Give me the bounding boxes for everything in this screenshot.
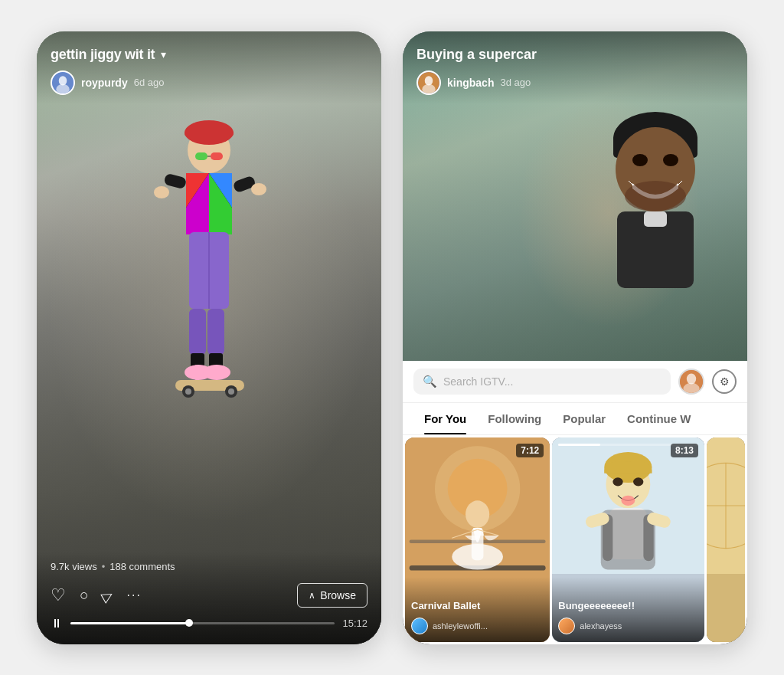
svg-point-44 xyxy=(683,382,699,394)
username[interactable]: roypurdy xyxy=(81,77,128,89)
svg-point-36 xyxy=(625,181,686,211)
thumb-username-2: alexhayess xyxy=(580,621,622,631)
right-avatar[interactable] xyxy=(416,70,441,95)
svg-point-61 xyxy=(622,495,635,505)
thumb-bg-3 xyxy=(707,437,745,642)
profile-icon[interactable] xyxy=(678,369,704,395)
svg-point-27 xyxy=(228,388,234,395)
thumb-bottom-1: Carnival Ballet ashleylewoffi... xyxy=(405,577,550,642)
right-timestamp: 3d ago xyxy=(500,77,531,88)
thumb-bottom-2: Bungeeeeeeee!! alexhayess xyxy=(552,577,704,642)
right-video-title: Buying a supercar xyxy=(416,47,733,63)
thumbnail-third[interactable] xyxy=(707,437,745,642)
thumb-title-1: Carnival Ballet xyxy=(411,600,544,613)
search-bar[interactable]: 🔍 Search IGTV... xyxy=(413,369,671,395)
video-progress-fill xyxy=(558,444,600,446)
right-video-person xyxy=(579,93,732,338)
thumb-avatar-1 xyxy=(411,618,428,634)
svg-point-25 xyxy=(185,388,191,395)
thumb-user-row-1: ashleylewoffi... xyxy=(411,618,544,634)
svg-point-13 xyxy=(154,186,169,198)
svg-rect-2 xyxy=(185,129,234,137)
duration: 15:12 xyxy=(342,618,368,629)
user-info-row: roypurdy 6d ago xyxy=(51,70,368,95)
view-count: 9.7k views xyxy=(51,561,97,572)
stats-row: 9.7k views • 188 comments xyxy=(51,561,368,572)
svg-rect-72 xyxy=(707,574,745,642)
svg-rect-17 xyxy=(189,309,206,355)
svg-rect-4 xyxy=(211,152,223,160)
thumb-duration-1: 7:12 xyxy=(516,444,544,457)
thumbnails-row: 7:12 Carnival Ballet ashleylewoffi... xyxy=(403,435,747,644)
action-icons-group: ♡ ○ ▷ ··· xyxy=(51,585,142,605)
progress-fill xyxy=(70,622,189,624)
left-phone: gettin jiggy wit it ▾ roypurdy 6d ago xyxy=(37,31,381,644)
timestamp: 6d ago xyxy=(134,77,165,88)
tab-continue[interactable]: Continue W xyxy=(616,403,701,434)
thumbnail-bungee[interactable]: 8:13 Bungeeeeeeee!! alexhayess xyxy=(552,437,704,642)
more-icon[interactable]: ··· xyxy=(126,588,141,602)
svg-point-35 xyxy=(663,154,678,166)
svg-rect-52 xyxy=(472,527,484,559)
svg-point-50 xyxy=(466,500,489,528)
separator: • xyxy=(102,561,106,572)
browse-label: Browse xyxy=(320,589,356,601)
left-bottom-overlay: 9.7k views • 188 comments ♡ ○ ▷ ··· ∧ Br… xyxy=(37,552,381,644)
comment-icon[interactable]: ○ xyxy=(80,587,88,604)
right-phone: Buying a supercar kingbach 3d ago xyxy=(403,31,747,644)
tabs-row: For You Following Popular Continue W xyxy=(403,403,747,435)
svg-rect-18 xyxy=(207,309,224,355)
svg-point-29 xyxy=(59,76,67,85)
svg-point-59 xyxy=(613,477,623,486)
browse-icon: ∧ xyxy=(309,590,315,601)
svg-point-60 xyxy=(633,477,643,486)
right-top-overlay: Buying a supercar kingbach 3d ago xyxy=(403,31,747,104)
chevron-down-icon[interactable]: ▾ xyxy=(161,48,166,61)
actions-row: ♡ ○ ▷ ··· ∧ Browse xyxy=(51,583,368,608)
settings-icon[interactable]: ⚙ xyxy=(712,369,737,394)
svg-point-34 xyxy=(632,154,648,166)
comment-count: 188 comments xyxy=(109,561,175,572)
browse-button[interactable]: ∧ Browse xyxy=(297,583,368,608)
tab-popular[interactable]: Popular xyxy=(552,403,616,434)
search-placeholder: Search IGTV... xyxy=(443,375,513,388)
thumb-title-2: Bungeeeeeeee!! xyxy=(558,600,698,613)
thumb-avatar-2 xyxy=(558,618,575,634)
thumbnail-carnival-ballet[interactable]: 7:12 Carnival Ballet ashleylewoffi... xyxy=(405,437,550,642)
svg-rect-3 xyxy=(195,152,207,160)
top-right-icons: ⚙ xyxy=(678,369,737,395)
left-video-background: gettin jiggy wit it ▾ roypurdy 6d ago xyxy=(37,31,381,644)
thumb-username-1: ashleylewoffi... xyxy=(433,621,488,631)
tab-for-you[interactable]: For You xyxy=(413,403,477,434)
svg-rect-38 xyxy=(644,211,667,227)
svg-point-30 xyxy=(56,84,70,94)
right-username[interactable]: kingbach xyxy=(447,77,494,89)
progress-row: ⏸ 15:12 xyxy=(51,617,368,631)
svg-rect-11 xyxy=(163,172,187,189)
video-title-row: gettin jiggy wit it ▾ xyxy=(51,47,368,63)
video-title: gettin jiggy wit it xyxy=(51,47,155,63)
thumb-duration-2: 8:13 xyxy=(671,444,698,457)
pause-button[interactable]: ⏸ xyxy=(51,617,63,631)
left-top-overlay: gettin jiggy wit it ▾ roypurdy 6d ago xyxy=(37,31,381,104)
progress-bar[interactable] xyxy=(70,622,335,624)
search-bar-row: 🔍 Search IGTV... ⚙ xyxy=(403,361,747,403)
tab-following[interactable]: Following xyxy=(477,403,552,434)
svg-point-14 xyxy=(251,183,266,195)
like-icon[interactable]: ♡ xyxy=(51,585,66,605)
search-icon: 🔍 xyxy=(423,375,437,388)
right-user-row: kingbach 3d ago xyxy=(416,70,733,95)
svg-point-43 xyxy=(687,373,696,384)
svg-point-41 xyxy=(422,84,436,94)
app-container: gettin jiggy wit it ▾ roypurdy 6d ago xyxy=(21,16,763,660)
skater-figure xyxy=(117,108,301,491)
svg-point-40 xyxy=(425,76,433,85)
share-icon[interactable]: ▷ xyxy=(99,585,116,605)
search-tabs-area: 🔍 Search IGTV... ⚙ For You F xyxy=(403,361,747,644)
right-video-top: Buying a supercar kingbach 3d ago xyxy=(403,31,747,361)
svg-point-22 xyxy=(203,365,230,380)
avatar[interactable] xyxy=(51,70,75,95)
thumb-user-row-2: alexhayess xyxy=(558,618,698,634)
